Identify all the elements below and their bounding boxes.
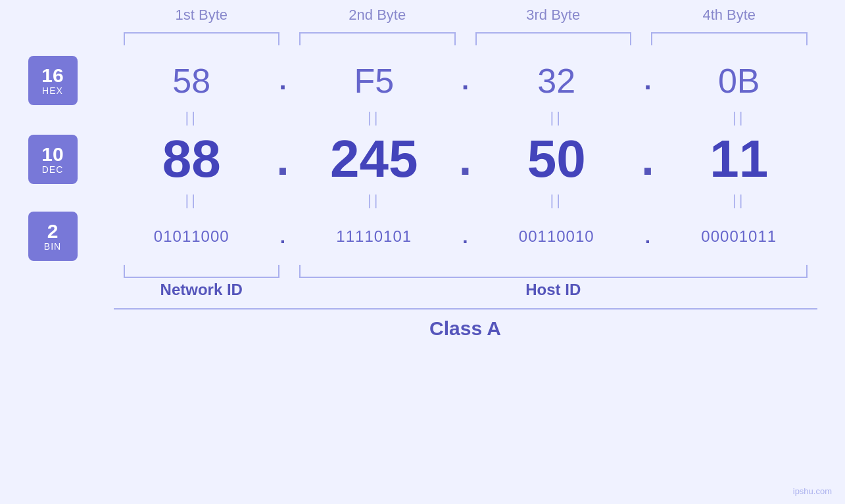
bin-badge: 2 BIN	[28, 212, 78, 261]
bin-val-2: 11110101	[296, 227, 452, 246]
class-section: Class A	[114, 308, 817, 340]
bin-val-1: 01011000	[114, 227, 270, 246]
dec-val-2: 245	[296, 129, 452, 189]
dec-val-3: 50	[479, 129, 635, 189]
equals-row-1: || || || ||	[28, 109, 817, 126]
byte1-header: 1st Byte	[114, 7, 290, 29]
dec-badge: 10 DEC	[28, 135, 78, 184]
dec-row: 10 DEC 88 . 245 . 50 . 11	[28, 129, 817, 189]
bin-dot-3: .	[635, 225, 661, 248]
eq1-3: ||	[479, 109, 635, 126]
eq2-3: ||	[479, 192, 635, 209]
host-id-label: Host ID	[289, 281, 817, 299]
bottom-brackets-container	[28, 265, 817, 278]
network-id-label: Network ID	[114, 281, 290, 299]
eq1-2: ||	[296, 109, 452, 126]
hex-dot-3: .	[635, 66, 661, 95]
bracket-1	[124, 32, 280, 45]
hex-val-4: 0B	[661, 61, 817, 101]
bin-base-num: 2	[47, 220, 59, 242]
bin-dot-1: .	[270, 225, 296, 248]
hex-val-2: F5	[296, 61, 452, 101]
watermark: ipshu.com	[793, 486, 832, 496]
dec-base-num: 10	[41, 143, 63, 165]
host-bracket	[299, 265, 808, 278]
eq2-2: ||	[296, 192, 452, 209]
eq2-1: ||	[114, 192, 270, 209]
hex-dot-1: .	[270, 66, 296, 95]
eq1-4: ||	[661, 109, 817, 126]
dec-dot-3: .	[635, 133, 661, 185]
bracket-3	[475, 32, 632, 45]
bin-val-3: 00110010	[479, 227, 635, 246]
hex-base-label: HEX	[42, 86, 63, 96]
id-labels-row: Network ID Host ID	[28, 281, 817, 299]
bin-dot-2: .	[452, 225, 479, 248]
bin-row: 2 BIN 01011000 . 11110101 . 00110010 . 0…	[28, 212, 817, 261]
dec-base-label: DEC	[42, 165, 64, 175]
hex-val-1: 58	[114, 61, 270, 101]
class-label: Class A	[429, 317, 501, 339]
byte3-header: 3rd Byte	[466, 7, 642, 29]
bin-base-label: BIN	[44, 242, 61, 252]
hex-dot-2: .	[452, 66, 479, 95]
bracket-2	[299, 32, 456, 45]
equals-row-2: || || || ||	[28, 192, 817, 209]
top-brackets	[28, 32, 817, 45]
dec-val-1: 88	[114, 129, 270, 189]
eq2-4: ||	[661, 192, 817, 209]
hex-badge: 16 HEX	[28, 56, 78, 105]
byte2-header: 2nd Byte	[289, 7, 466, 29]
dec-dot-1: .	[270, 133, 296, 185]
bracket-4	[651, 32, 808, 45]
byte-headers-row: 1st Byte 2nd Byte 3rd Byte 4th Byte	[28, 7, 817, 29]
dec-val-4: 11	[661, 129, 817, 189]
hex-val-3: 32	[479, 61, 635, 101]
byte4-header: 4th Byte	[641, 7, 817, 29]
network-bracket	[124, 265, 280, 278]
bin-val-4: 00001011	[661, 227, 817, 246]
dec-dot-2: .	[452, 133, 479, 185]
hex-base-num: 16	[41, 64, 63, 86]
hex-row: 16 HEX 58 . F5 . 32 . 0B	[28, 56, 817, 105]
eq1-1: ||	[114, 109, 270, 126]
main-layout: 1st Byte 2nd Byte 3rd Byte 4th Byte 16 H…	[28, 0, 817, 340]
